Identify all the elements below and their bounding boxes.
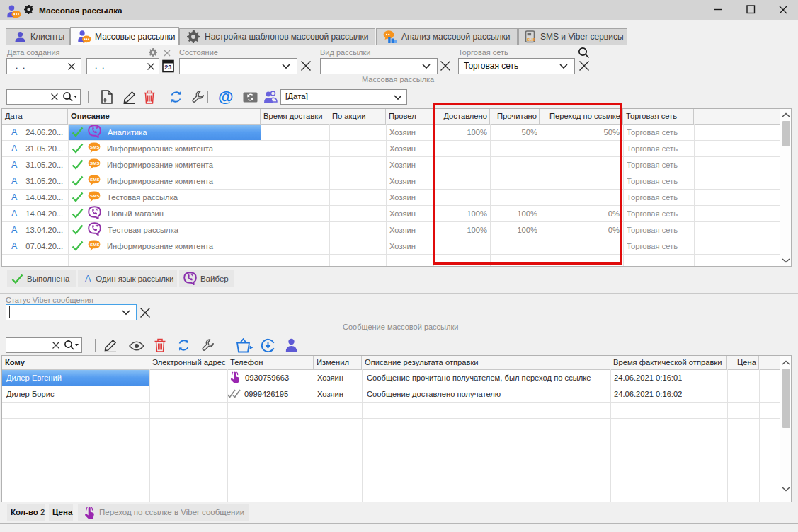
svg-text:SMS: SMS <box>90 177 99 182</box>
svg-text:SMS: SMS <box>90 161 99 166</box>
svg-text:SI.IS: SI.IS <box>527 37 535 42</box>
svg-text:SMS: SMS <box>90 193 99 198</box>
svg-text:SMS: SMS <box>90 144 99 149</box>
svg-text:23: 23 <box>164 64 171 71</box>
svg-text:SMS: SMS <box>90 242 99 247</box>
